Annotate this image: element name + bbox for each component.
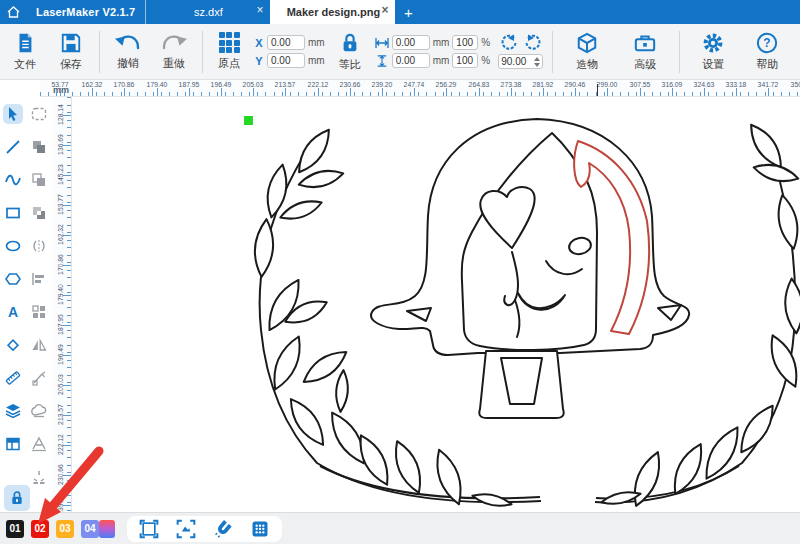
- ruler-tick-label: 187.95: [176, 81, 202, 89]
- snap-magnet-icon[interactable]: [213, 519, 233, 539]
- ruler-tick-label: 53.77: [47, 81, 73, 89]
- line-tool[interactable]: [0, 130, 26, 163]
- save-button[interactable]: 保存: [48, 32, 94, 72]
- help-button[interactable]: ? 帮助: [741, 32, 793, 72]
- size-fields: mm % mm %: [375, 35, 491, 68]
- ruler-tick-label: 128.14: [57, 100, 65, 129]
- ruler-tick-label: 196.49: [57, 340, 65, 369]
- tab-sz-dxf[interactable]: sz.dxf ×: [145, 0, 270, 24]
- exclude-tool[interactable]: [26, 196, 52, 229]
- mirror-tool[interactable]: [26, 229, 52, 262]
- redo-icon: [161, 33, 187, 53]
- lock-canvas-button[interactable]: [4, 485, 30, 511]
- node-edit-tool[interactable]: [26, 361, 52, 394]
- ruler-tick-label: 187.95: [57, 310, 65, 339]
- home-button[interactable]: [0, 0, 26, 24]
- align-tool[interactable]: [26, 262, 52, 295]
- lock-icon: [9, 490, 25, 506]
- curve-tool[interactable]: [0, 163, 26, 196]
- x-label: X: [254, 37, 264, 49]
- tab-label: sz.dxf: [194, 6, 223, 18]
- layer-badge-03[interactable]: 03: [56, 520, 74, 538]
- grid-toggle-icon[interactable]: [250, 519, 270, 539]
- rotate-angle-input[interactable]: [501, 56, 533, 67]
- settings-button[interactable]: 设置: [685, 32, 741, 72]
- text-tool[interactable]: A: [0, 295, 26, 328]
- wreath-leaf: [274, 337, 299, 390]
- layer-badge-01[interactable]: 01: [6, 520, 24, 538]
- origin-button[interactable]: 原点: [208, 32, 250, 71]
- undo-button[interactable]: 撤销: [105, 33, 151, 71]
- y-input[interactable]: [267, 53, 305, 68]
- width-percent-input[interactable]: [452, 35, 478, 50]
- subtract-tool[interactable]: [26, 163, 52, 196]
- help-icon: ?: [756, 32, 778, 54]
- artwork: [72, 97, 800, 512]
- home-icon: [7, 6, 20, 18]
- rectangle-tool[interactable]: [0, 196, 26, 229]
- rotate-ccw-icon[interactable]: [500, 34, 518, 52]
- advanced-button[interactable]: 高级: [616, 32, 674, 72]
- tab-close-icon[interactable]: ×: [381, 4, 388, 16]
- toolbar-separator: [552, 31, 553, 73]
- height-unit: mm: [433, 55, 450, 66]
- height-icon: [375, 55, 389, 67]
- polygon-tool[interactable]: [0, 262, 26, 295]
- ruler-tick-label: 350.26: [788, 81, 800, 89]
- wreath-leaf: [706, 427, 737, 478]
- ruler-tick-label: 179.40: [144, 81, 170, 89]
- weld-tool[interactable]: [26, 394, 52, 427]
- tab-close-icon[interactable]: ×: [256, 4, 263, 16]
- wreath-leaf: [268, 165, 287, 218]
- layers-tool[interactable]: [0, 394, 26, 427]
- new-tab-button[interactable]: +: [395, 0, 421, 24]
- focus-selection-icon[interactable]: [176, 519, 196, 539]
- wreath-stem: [320, 466, 540, 498]
- panel-layout-tool[interactable]: [0, 427, 26, 460]
- design-canvas[interactable]: [72, 97, 800, 512]
- canvas-tool-tray: [127, 516, 282, 542]
- lock-ratio-button[interactable]: 等比: [329, 32, 371, 72]
- union-tool[interactable]: [26, 130, 52, 163]
- wreath-leaf: [299, 130, 329, 173]
- height-input[interactable]: [392, 53, 430, 68]
- bottom-bar: 01020304: [0, 512, 800, 544]
- measure-tool[interactable]: [0, 361, 26, 394]
- y-label: Y: [254, 55, 264, 67]
- ruler-tick-label: 179.40: [57, 280, 65, 309]
- tab-maker-design[interactable]: Maker design.png ×: [270, 0, 395, 24]
- ruler-cursor-indicator: [597, 84, 598, 96]
- height-percent-input[interactable]: [452, 53, 478, 68]
- wreath-leaf: [255, 219, 273, 277]
- layer-badge-02[interactable]: 02: [31, 520, 49, 538]
- rotate-spinner[interactable]: [534, 57, 540, 67]
- layer-badge-04[interactable]: 04: [81, 520, 99, 538]
- marquee-tool[interactable]: [26, 97, 52, 130]
- eraser-tool[interactable]: [0, 328, 26, 361]
- rotate-cw-icon[interactable]: [524, 34, 542, 52]
- ruler-tick-label: 307.55: [627, 81, 653, 89]
- width-input[interactable]: [392, 35, 430, 50]
- frame-bounds-icon[interactable]: [139, 519, 159, 539]
- redo-button[interactable]: 重做: [151, 33, 197, 71]
- file-button[interactable]: 文件: [2, 32, 48, 72]
- undo-icon: [115, 33, 141, 53]
- select-tool[interactable]: [0, 97, 26, 130]
- ruler-tick-label: 213.57: [273, 81, 299, 89]
- wreath-leaf: [332, 413, 364, 464]
- position-fields: X mm Y mm: [254, 35, 325, 68]
- x-input[interactable]: [267, 35, 305, 50]
- selection-handle: [244, 116, 253, 125]
- ruler-tick-label: 222.12: [305, 81, 331, 89]
- ruler-tick-label: 145.23: [57, 160, 65, 189]
- main-toolbar: 文件 保存 撤销 重做 原点 X mm Y mm 等比: [0, 24, 800, 80]
- toolbar-separator: [202, 31, 203, 73]
- gradient-layer-swatch[interactable]: [99, 520, 115, 538]
- pen-text-tool[interactable]: [26, 427, 52, 460]
- flip-tool[interactable]: [26, 328, 52, 361]
- ellipse-tool[interactable]: [0, 229, 26, 262]
- create-button[interactable]: 造物: [558, 32, 616, 72]
- wreath-leaf: [785, 279, 800, 334]
- array-tool[interactable]: [26, 295, 52, 328]
- ruler-tick-label: 230.66: [57, 460, 65, 489]
